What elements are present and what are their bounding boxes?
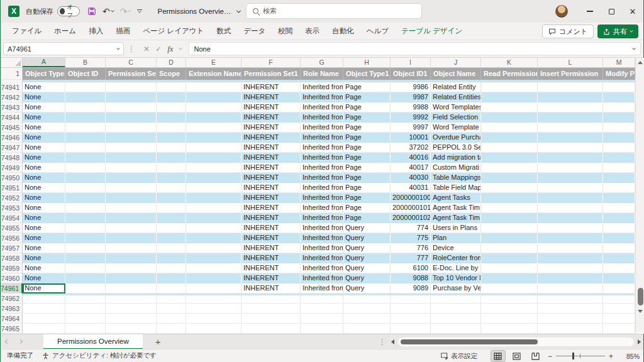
autosave-toggle[interactable]: オフ <box>57 6 80 16</box>
grid-cell[interactable]: 40016 <box>391 153 431 163</box>
minimize-button[interactable] <box>579 0 601 23</box>
grid-cell[interactable] <box>106 82 157 92</box>
row-header-74965[interactable]: 74965 <box>1 324 23 334</box>
table-header-cell[interactable]: Permission Set <box>106 68 157 80</box>
grid-cell[interactable] <box>186 153 242 163</box>
grid-cell[interactable] <box>481 193 538 203</box>
grid-cell[interactable] <box>157 223 186 233</box>
grid-cell[interactable] <box>23 324 65 334</box>
grid-cell[interactable] <box>157 263 186 273</box>
grid-cell[interactable] <box>65 233 106 243</box>
hscroll-right-icon[interactable] <box>638 339 641 344</box>
grid-cell[interactable]: 9986 <box>391 82 431 92</box>
table-header-cell[interactable]: Object Type1 <box>343 68 391 80</box>
grid-cell[interactable]: None <box>23 263 65 273</box>
grid-cell[interactable]: Page <box>343 173 391 183</box>
grid-cell[interactable] <box>65 304 106 314</box>
grid-cell[interactable] <box>186 293 242 304</box>
grid-cell[interactable]: None <box>23 213 65 223</box>
zoom-level[interactable]: 85% <box>618 353 640 360</box>
grid-cell[interactable] <box>186 314 242 324</box>
row-header-74942[interactable]: 74942 <box>1 92 23 102</box>
grid-cell[interactable]: Inherited from <box>301 163 343 173</box>
grid-cell[interactable]: Inherited from <box>301 253 343 263</box>
grid-cell[interactable] <box>106 253 157 263</box>
grid-cell[interactable]: Query <box>343 253 391 263</box>
grid-cell[interactable]: INHERENT <box>242 133 301 143</box>
grid-cell[interactable]: Add migration ta <box>431 153 481 163</box>
horizontal-scrollbar[interactable] <box>398 337 634 346</box>
grid-cell[interactable]: 10001 <box>391 133 431 143</box>
grid-cell[interactable] <box>603 273 635 283</box>
grid-cell[interactable]: None <box>23 143 65 153</box>
scroll-down-icon[interactable] <box>636 307 644 315</box>
grid-cell[interactable] <box>106 314 157 324</box>
grid-cell[interactable]: Page <box>343 123 391 133</box>
grid-cell[interactable] <box>157 243 186 253</box>
grid-cell[interactable] <box>106 223 157 233</box>
grid-cell[interactable]: Inherited from <box>301 82 343 92</box>
grid-cell[interactable] <box>186 273 242 283</box>
grid-cell[interactable]: INHERENT <box>242 193 301 203</box>
grid-cell[interactable]: Inherited from <box>301 283 343 293</box>
grid-cell[interactable] <box>391 314 431 324</box>
grid-cell[interactable] <box>538 273 603 283</box>
grid-cell[interactable]: Overdue Purcha <box>431 133 481 143</box>
grid-cell[interactable] <box>65 283 106 293</box>
grid-cell[interactable] <box>603 92 635 102</box>
grid-cell[interactable] <box>481 163 538 173</box>
name-box[interactable]: A74961 <box>3 42 124 55</box>
grid-cell[interactable]: Inherited from <box>301 263 343 273</box>
grid-cell[interactable] <box>538 324 603 334</box>
grid-cell[interactable] <box>186 324 242 334</box>
grid-cell[interactable] <box>538 233 603 243</box>
tab-table-design[interactable]: テーブル デザイン <box>395 23 469 39</box>
grid-cell[interactable]: Inherited from <box>301 143 343 153</box>
grid-cell[interactable] <box>301 314 343 324</box>
grid-cell[interactable] <box>65 223 106 233</box>
grid-cell[interactable] <box>65 263 106 273</box>
row-header-74964[interactable]: 74964 <box>1 314 23 324</box>
grid-cell[interactable]: INHERENT <box>242 223 301 233</box>
grid-cell[interactable] <box>186 102 242 112</box>
grid-cell[interactable]: Table Field Map <box>431 183 481 193</box>
excel-logo-icon[interactable]: X <box>8 6 19 17</box>
grid-cell[interactable] <box>603 123 635 133</box>
grid-cell[interactable] <box>65 153 106 163</box>
grid-cell[interactable] <box>157 173 186 183</box>
grid-cell[interactable] <box>538 213 603 223</box>
grid-cell[interactable] <box>106 243 157 253</box>
grid-cell[interactable] <box>242 293 301 304</box>
grid-cell[interactable]: None <box>23 243 65 253</box>
grid-cell[interactable] <box>186 203 242 213</box>
row-header-74943[interactable]: 74943 <box>1 102 23 112</box>
add-sheet-button[interactable]: + <box>143 336 174 347</box>
grid-cell[interactable] <box>65 273 106 283</box>
grid-cell[interactable] <box>23 314 65 324</box>
column-header-A[interactable]: A <box>23 58 65 67</box>
grid-cell[interactable] <box>106 163 157 173</box>
grid-cell[interactable] <box>157 213 186 223</box>
grid-cell[interactable]: None <box>23 112 65 123</box>
grid-cell[interactable] <box>106 92 157 102</box>
formula-input[interactable]: None <box>189 42 641 55</box>
grid-cell[interactable] <box>186 173 242 183</box>
grid-cell[interactable] <box>391 324 431 334</box>
grid-cell[interactable] <box>603 223 635 233</box>
grid-cell[interactable]: Page <box>343 82 391 92</box>
grid-cell[interactable]: None <box>23 253 65 263</box>
grid-cell[interactable] <box>186 183 242 193</box>
grid-cell[interactable] <box>65 324 106 334</box>
row-header-74961[interactable]: 74961 <box>1 283 23 293</box>
grid-cell[interactable]: 776 <box>391 243 431 253</box>
grid-cell[interactable] <box>481 213 538 223</box>
maximize-button[interactable] <box>601 0 622 23</box>
grid-cell[interactable] <box>65 293 106 304</box>
grid-cell[interactable]: None <box>23 163 65 173</box>
tab-描画[interactable]: 描画 <box>109 23 136 39</box>
grid-cell[interactable] <box>106 203 157 213</box>
tab-データ[interactable]: データ <box>237 23 272 39</box>
column-header-K[interactable]: K <box>481 58 538 67</box>
grid-cell[interactable]: 9987 <box>391 92 431 102</box>
grid-cell[interactable] <box>186 112 242 123</box>
